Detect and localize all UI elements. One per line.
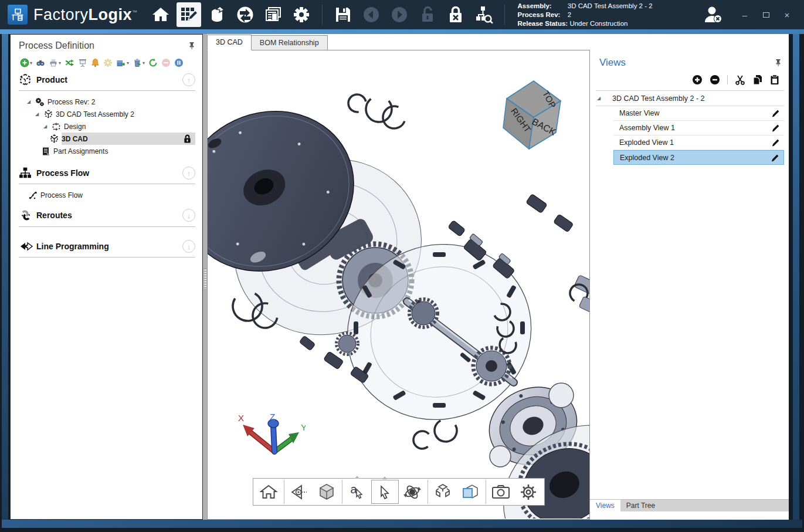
copy-icon[interactable] [752, 74, 763, 85]
view-row-master[interactable]: Master View [613, 106, 784, 121]
lock-revision-button[interactable] [443, 2, 468, 27]
close-button[interactable]: × [778, 7, 796, 22]
back-button[interactable] [359, 2, 384, 27]
tab-bom-relationship[interactable]: BOM Relationship [251, 35, 328, 50]
flow-path-icon [27, 191, 39, 200]
print-icon[interactable]: ▾ [49, 58, 61, 67]
expander-icon[interactable]: ◢ [43, 124, 50, 129]
tree-item-assembly[interactable]: ◢ 3D CAD Test Assembly 2 [19, 108, 195, 120]
remove-disabled-icon[interactable] [161, 58, 171, 67]
release-status-label: Release Status: [518, 19, 568, 28]
product-section-header[interactable]: Product ↑ [19, 73, 195, 86]
reports-button[interactable] [261, 2, 286, 27]
view-row-exploded-1[interactable]: Exploded View 1 [613, 135, 784, 150]
view-cube[interactable]: TOP RIGHT BACK [495, 74, 568, 153]
settings-gear-button[interactable] [289, 2, 314, 27]
3d-viewport[interactable]: TOP RIGHT BACK [207, 50, 590, 520]
sync-exchange-button[interactable] [233, 2, 257, 27]
line-programming-icon [19, 241, 36, 252]
reroutes-label: Reroutes [36, 211, 182, 220]
expander-icon[interactable]: ◢ [27, 99, 34, 104]
dropdown-caret-icon [382, 476, 387, 479]
pin-icon[interactable] [188, 42, 195, 50]
minimize-button[interactable]: – [736, 7, 754, 22]
product-cube-icon [19, 73, 36, 86]
tree-item-part-assignments[interactable]: Part Assignments [19, 145, 195, 157]
gear-disabled-icon[interactable] [103, 58, 113, 67]
process-flow-section-header[interactable]: Process Flow ↑ [19, 167, 195, 179]
toolbar-separator [322, 4, 323, 25]
where-used-search-button[interactable] [471, 2, 496, 27]
remove-view-button[interactable] [710, 74, 720, 85]
document-tabs: 3D CAD BOM Relationship [207, 34, 789, 50]
view-direction-button[interactable] [286, 480, 313, 504]
add-icon[interactable]: ▾ [20, 58, 32, 67]
axis-x-label: X [238, 413, 244, 423]
tree-item-design[interactable]: ◢ Design [19, 120, 195, 133]
views-tree-root[interactable]: ◢ 3D CAD Test Assembly 2 - 2 [596, 91, 784, 106]
find-icon[interactable] [36, 58, 45, 67]
user-account-icon[interactable] [703, 5, 724, 25]
collapse-up-button[interactable]: ↑ [182, 73, 195, 86]
tab-views[interactable]: Views [590, 500, 620, 511]
tree-item-3d-cad-selected[interactable]: 3D CAD [62, 133, 195, 145]
save-button[interactable] [331, 2, 355, 27]
viewport-settings-button[interactable] [515, 480, 542, 504]
add-view-button[interactable] [692, 74, 703, 85]
explode-view-button[interactable] [429, 480, 457, 504]
pin-icon[interactable] [775, 59, 782, 67]
bell-icon[interactable] [91, 58, 100, 67]
annotate-select-button[interactable]: a [344, 480, 371, 504]
tree-item-process-flow[interactable]: Process Flow [19, 189, 195, 201]
reorder-icon[interactable] [65, 58, 74, 67]
home-button[interactable] [148, 2, 173, 27]
panel-footer [590, 511, 789, 520]
pause-icon[interactable] [174, 58, 184, 67]
window-edge-right [793, 34, 799, 520]
reroutes-section-header[interactable]: Reroutes ↓ [19, 208, 195, 222]
refresh-icon[interactable] [148, 58, 158, 67]
orbit-rotate-button[interactable] [399, 480, 426, 504]
tab-part-tree[interactable]: Part Tree [620, 500, 661, 511]
export-package-icon[interactable]: ▾ [116, 58, 129, 67]
toolbar-group-separator [428, 480, 428, 504]
axis-triad: X Y Z [232, 413, 306, 463]
materials-button[interactable] [205, 2, 229, 27]
assembly-info-block: Assembly: 3D CAD Test Assembly 2 - 2 Pro… [518, 2, 653, 28]
cut-icon[interactable] [735, 74, 745, 85]
presentation-icon[interactable] [78, 58, 87, 67]
edit-pencil-icon[interactable] [771, 123, 781, 133]
view-row-exploded-2[interactable]: Exploded View 2 [613, 150, 784, 165]
unlock-button[interactable] [415, 2, 440, 27]
snapshot-camera-button[interactable] [487, 480, 515, 504]
select-pointer-button[interactable] [371, 480, 399, 504]
cube-icon [42, 110, 54, 118]
home-view-button[interactable] [255, 480, 283, 504]
edit-pencil-icon[interactable] [771, 109, 781, 118]
forward-button[interactable] [387, 2, 412, 27]
edit-pencil-icon[interactable] [771, 153, 780, 162]
shaded-view-button[interactable] [313, 480, 341, 504]
tree-item-3d-cad[interactable]: 3D CAD [19, 133, 195, 145]
line-programming-section-header[interactable]: Line Programming ↓ [19, 240, 195, 253]
face-view-button[interactable] [457, 480, 484, 504]
tree-item-label: Process Flow [40, 191, 83, 199]
maximize-button[interactable] [757, 7, 775, 22]
collapse-up-button[interactable]: ↑ [182, 167, 195, 179]
edit-pencil-icon[interactable] [771, 138, 781, 147]
paste-icon[interactable] [770, 74, 779, 85]
expander-icon[interactable]: ◢ [596, 96, 605, 101]
tree-item-process-rev[interactable]: ◢ Process Rev: 2 [19, 96, 195, 108]
expander-icon[interactable]: ◢ [35, 111, 42, 117]
expand-down-button[interactable]: ↓ [182, 209, 195, 222]
splitter-grip [204, 269, 206, 289]
tab-3d-cad[interactable]: 3D CAD [207, 35, 252, 50]
process-definition-toolbar: ▾ ▾ ▾ ▾ [20, 58, 194, 67]
recycle-delete-icon[interactable]: ▾ [133, 58, 145, 67]
expand-down-button[interactable]: ↓ [182, 240, 195, 253]
org-chart-icon [19, 167, 36, 179]
process-planning-button[interactable] [177, 2, 201, 27]
tree-item-label: Design [64, 123, 86, 131]
panel-splitter[interactable] [203, 34, 207, 520]
view-row-assembly-1[interactable]: Assembly View 1 [613, 121, 784, 135]
